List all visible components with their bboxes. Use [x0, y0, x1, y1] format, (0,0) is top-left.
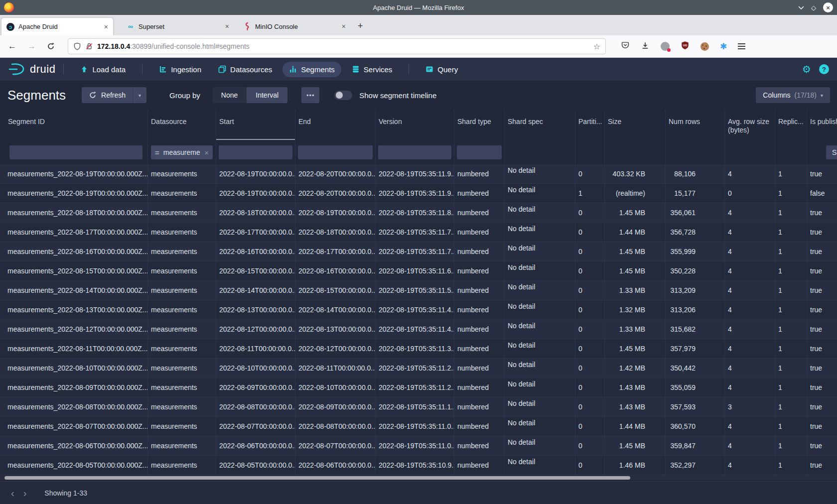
table-row[interactable]: measurements_2022-08-11T00:00:00.000Z...…	[0, 339, 837, 359]
columns-button[interactable]: Columns (17/18) ▾	[756, 87, 830, 103]
cell-avg-row-size-bytes: 4	[725, 456, 775, 475]
column-header-segment-id[interactable]: Segment ID	[0, 110, 148, 140]
download-icon[interactable]	[641, 41, 650, 52]
cell-segment-id: measurements_2022-08-12T00:00:00.000Z...	[0, 320, 148, 339]
window-close-icon[interactable]: ×	[823, 2, 833, 12]
bookmark-star-icon[interactable]: ☆	[593, 42, 600, 51]
cell-avg-row-size-bytes: 4	[725, 164, 775, 184]
more-options-button[interactable]: •••	[301, 87, 319, 103]
horizontal-scrollbar[interactable]	[0, 476, 837, 480]
cell-shard-spec: No detail	[505, 242, 575, 261]
table-row[interactable]: measurements_2022-08-06T00:00:00.000Z...…	[0, 436, 837, 456]
extensions-icon[interactable]	[661, 42, 670, 51]
tab-apache-druid[interactable]: ɔ Apache Druid ×	[1, 17, 114, 35]
group-by-interval-button[interactable]: Interval	[247, 87, 287, 103]
extension-asterisk-icon[interactable]: ✱	[720, 42, 727, 51]
nav-item-segments[interactable]: Segments	[282, 62, 341, 77]
column-header-is-published[interactable]: Is published	[807, 110, 837, 140]
column-header-num-rows[interactable]: Num rows	[666, 110, 725, 140]
settings-gear-icon[interactable]: ⚙	[802, 64, 811, 74]
nav-item-label: Ingestion	[171, 65, 201, 74]
forward-button[interactable]: →	[27, 41, 36, 51]
cell-partiti: 0	[575, 359, 605, 378]
table-row[interactable]: measurements_2022-08-13T00:00:00.000Z...…	[0, 300, 837, 320]
cell-datasource: measurements	[148, 300, 216, 320]
nav-item-datasources[interactable]: Datasources	[212, 62, 279, 77]
refresh-button[interactable]: Refresh	[82, 87, 133, 103]
tab-close-icon[interactable]: ×	[342, 22, 346, 30]
reload-button[interactable]	[47, 42, 55, 50]
table-row[interactable]: measurements_2022-08-07T00:00:00.000Z...…	[0, 417, 837, 436]
tab-minio-console[interactable]: MinIO Console ×	[238, 17, 351, 35]
menu-icon[interactable]	[738, 43, 745, 49]
table-row[interactable]: measurements_2022-08-16T00:00:00.000Z...…	[0, 242, 837, 261]
ublock-icon[interactable]: UO	[681, 41, 690, 52]
next-page-button[interactable]: ›	[23, 488, 27, 498]
tab-close-icon[interactable]: ×	[225, 22, 229, 30]
url-text[interactable]: 172.18.0.4:30899/unified-console.html#se…	[97, 42, 593, 50]
cell-datasource: measurements	[148, 261, 216, 281]
remove-filter-icon[interactable]: ×	[204, 148, 209, 157]
group-by-none-button[interactable]: None	[212, 87, 247, 103]
table-row[interactable]: measurements_2022-08-17T00:00:00.000Z...…	[0, 223, 837, 242]
refresh-dropdown-button[interactable]: ▾	[133, 87, 146, 103]
cell-partiti: 0	[575, 242, 605, 261]
nav-item-ingestion[interactable]: Ingestion	[152, 62, 208, 77]
nav-item-query[interactable]: Query	[419, 62, 464, 77]
column-header-replic[interactable]: Replic...	[775, 110, 807, 140]
filter-input-shard-type[interactable]	[457, 145, 502, 159]
back-button[interactable]: ←	[8, 41, 16, 51]
filter-input-segment-id[interactable]	[9, 145, 142, 159]
filter-input-end[interactable]	[298, 145, 373, 159]
column-header-size[interactable]: Size	[605, 110, 666, 140]
table-row[interactable]: measurements_2022-08-12T00:00:00.000Z...…	[0, 320, 837, 339]
filter-input-start[interactable]	[219, 145, 292, 159]
datasource-filter-chip[interactable]: =measureme×	[151, 145, 213, 159]
nav-item-services[interactable]: Services	[345, 62, 399, 77]
new-tab-button[interactable]: +	[358, 21, 363, 31]
table-row[interactable]: measurements_2022-08-14T00:00:00.000Z...…	[0, 281, 837, 300]
column-header-start[interactable]: Start	[216, 110, 295, 140]
is-published-filter-button[interactable]: Show	[826, 145, 837, 159]
tab-superset[interactable]: ∞ Superset ×	[122, 17, 234, 35]
cell-num-rows: 352,297	[666, 456, 725, 475]
table-row[interactable]: measurements_2022-08-15T00:00:00.000Z...…	[0, 261, 837, 281]
scrollbar-thumb[interactable]	[4, 476, 630, 480]
filter-input-version[interactable]	[378, 145, 451, 159]
tab-close-icon[interactable]: ×	[104, 23, 108, 31]
upload-icon	[80, 65, 88, 73]
pocket-icon[interactable]	[621, 41, 630, 52]
druid-logo[interactable]: druid	[7, 62, 55, 76]
cell-segment-id: measurements_2022-08-15T00:00:00.000Z...	[0, 261, 148, 281]
column-header-shard-spec[interactable]: Shard spec	[505, 110, 575, 140]
table-row[interactable]: measurements_2022-08-18T00:00:00.000Z...…	[0, 203, 837, 223]
column-header-avg-row-size-bytes[interactable]: Avg. row size (bytes)	[725, 110, 775, 140]
cell-is-published: false	[807, 184, 837, 203]
column-header-partiti[interactable]: Partiti...	[575, 110, 605, 140]
table-row[interactable]: measurements_2022-08-08T00:00:00.000Z...…	[0, 397, 837, 417]
url-bar[interactable]: 172.18.0.4:30899/unified-console.html#se…	[68, 38, 606, 54]
previous-page-button[interactable]: ‹	[11, 488, 14, 498]
table-row[interactable]: measurements_2022-08-05T00:00:00.000Z...…	[0, 456, 837, 475]
cell-shard-type: numbered	[454, 242, 505, 261]
superset-favicon-icon: ∞	[127, 22, 135, 30]
segment-timeline-toggle[interactable]	[334, 91, 352, 100]
window-maximize-icon[interactable]: ◇	[811, 4, 816, 11]
column-header-version[interactable]: Version	[376, 110, 454, 140]
window-minimize-icon[interactable]	[798, 4, 804, 11]
column-header-shard-type[interactable]: Shard type	[454, 110, 505, 140]
cookie-icon[interactable]	[700, 42, 709, 51]
help-icon[interactable]: ?	[819, 64, 829, 74]
nav-item-load-data[interactable]: Load data	[74, 62, 132, 77]
table-row[interactable]: measurements_2022-08-19T00:00:00.000Z...…	[0, 164, 837, 184]
column-header-end[interactable]: End	[295, 110, 376, 140]
table-row[interactable]: measurements_2022-08-09T00:00:00.000Z...…	[0, 378, 837, 397]
chevron-down-icon: ▾	[139, 93, 141, 98]
table-row[interactable]: measurements_2022-08-19T00:00:00.000Z...…	[0, 184, 837, 203]
shield-icon[interactable]	[73, 42, 81, 50]
filter-cell-replic	[775, 140, 807, 164]
table-row[interactable]: measurements_2022-08-10T00:00:00.000Z...…	[0, 359, 837, 378]
column-header-datasource[interactable]: Datasource	[148, 110, 216, 140]
filter-cell-segment-id	[0, 140, 148, 164]
insecure-lock-icon[interactable]	[85, 42, 93, 50]
